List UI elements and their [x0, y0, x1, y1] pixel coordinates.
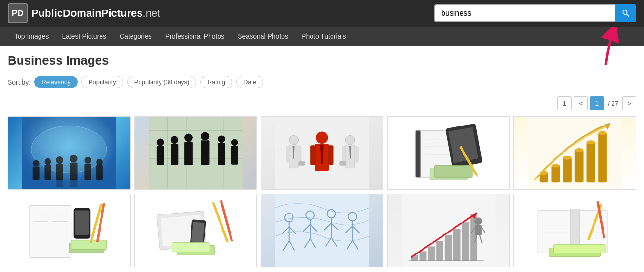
svg-rect-53: [355, 146, 359, 163]
image-thumb[interactable]: [261, 194, 383, 267]
header: PD PublicDomainPictures.net: [0, 0, 644, 27]
svg-point-45: [316, 132, 328, 144]
nav-photo-tutorials[interactable]: Photo Tutorials: [295, 28, 352, 45]
sort-relevancy[interactable]: Relevancy: [34, 76, 78, 88]
svg-point-2: [31, 126, 107, 173]
nav-top-images[interactable]: Top Images: [8, 28, 55, 45]
sort-date[interactable]: Date: [236, 76, 263, 88]
svg-rect-41: [286, 146, 290, 163]
svg-rect-37: [231, 146, 238, 164]
svg-rect-75: [575, 150, 584, 182]
svg-rect-79: [599, 133, 607, 183]
svg-point-72: [552, 164, 560, 168]
svg-rect-52: [342, 146, 345, 163]
page-first[interactable]: 1: [557, 96, 572, 110]
svg-point-74: [564, 156, 572, 160]
svg-point-78: [587, 140, 595, 144]
svg-rect-99: [191, 222, 204, 242]
search-button[interactable]: [615, 4, 636, 22]
svg-rect-31: [184, 142, 193, 165]
svg-point-7: [56, 156, 63, 164]
svg-rect-35: [218, 143, 225, 165]
svg-rect-42: [298, 146, 302, 163]
svg-rect-48: [328, 145, 334, 165]
image-thumb[interactable]: [387, 116, 510, 190]
search-icon: [621, 9, 631, 18]
nav-categories[interactable]: Categories: [113, 28, 159, 45]
svg-point-36: [231, 139, 238, 146]
svg-rect-55: [340, 161, 346, 166]
search-input[interactable]: [434, 4, 615, 22]
svg-rect-4: [33, 167, 40, 180]
svg-point-76: [575, 148, 584, 152]
svg-rect-133: [436, 241, 443, 261]
svg-rect-27: [156, 146, 164, 165]
svg-rect-8: [56, 164, 63, 181]
main-content: Business Images Sort by: Relevancy Popul…: [0, 46, 644, 272]
nav-latest-pictures[interactable]: Latest Pictures: [55, 28, 113, 45]
svg-rect-73: [564, 158, 572, 182]
svg-rect-136: [462, 222, 469, 261]
svg-rect-29: [171, 144, 178, 165]
svg-rect-15: [56, 180, 63, 187]
svg-point-26: [156, 138, 164, 146]
svg-rect-132: [428, 247, 435, 261]
svg-rect-12: [84, 164, 91, 180]
svg-rect-92: [71, 240, 107, 250]
image-thumb[interactable]: [513, 194, 636, 267]
svg-point-34: [218, 135, 225, 143]
search-area: [434, 4, 636, 22]
svg-rect-135: [453, 229, 460, 261]
svg-point-5: [44, 158, 51, 165]
logo-icon: PD: [8, 3, 28, 23]
svg-rect-58: [415, 131, 420, 178]
svg-rect-33: [201, 140, 209, 165]
svg-rect-131: [419, 251, 426, 261]
svg-rect-6: [44, 165, 51, 180]
svg-point-11: [84, 157, 91, 164]
page-next[interactable]: >: [622, 96, 636, 110]
nav-seasonal-photos[interactable]: Seasonal Photos: [231, 28, 295, 45]
svg-rect-14: [96, 165, 103, 180]
image-thumb[interactable]: [8, 194, 131, 267]
sort-popularity[interactable]: Popularity: [81, 76, 123, 88]
sort-popularity-30[interactable]: Popularity (30 days): [127, 76, 197, 88]
image-grid: [8, 116, 636, 267]
page-current[interactable]: 1: [590, 96, 604, 110]
svg-rect-157: [554, 245, 606, 253]
svg-point-28: [171, 136, 178, 144]
svg-rect-1: [22, 117, 116, 189]
page-prev[interactable]: <: [574, 96, 588, 110]
nav-professional-photos[interactable]: Professional Photos: [159, 28, 231, 45]
svg-point-39: [289, 135, 299, 145]
svg-rect-71: [552, 166, 560, 183]
sort-rating[interactable]: Rating: [200, 76, 232, 88]
svg-rect-77: [587, 142, 595, 182]
svg-rect-44: [299, 161, 305, 166]
logo-text: PublicDomainPictures.net: [31, 7, 160, 19]
svg-rect-16: [70, 180, 78, 187]
image-thumb[interactable]: [513, 116, 636, 190]
svg-point-50: [345, 135, 355, 145]
logo-area: PD PublicDomainPictures.net: [8, 3, 160, 23]
pagination: 1 < 1 / 27 >: [8, 96, 636, 110]
image-thumb[interactable]: [387, 194, 510, 267]
image-thumb[interactable]: [134, 116, 257, 190]
image-thumb[interactable]: [8, 116, 131, 190]
svg-point-9: [70, 155, 78, 163]
svg-point-30: [184, 134, 193, 142]
image-thumb[interactable]: [134, 194, 257, 267]
sort-bar: Sort by: Relevancy Popularity Popularity…: [8, 76, 636, 88]
svg-point-80: [599, 131, 607, 135]
svg-point-140: [474, 217, 482, 225]
svg-rect-141: [475, 225, 482, 235]
svg-rect-10: [70, 163, 78, 181]
svg-rect-65: [434, 166, 472, 178]
svg-rect-101: [172, 243, 210, 252]
navbar: Top Images Latest Pictures Categories Pr…: [0, 27, 644, 46]
sort-label: Sort by:: [8, 78, 30, 86]
svg-point-3: [33, 160, 40, 167]
image-thumb[interactable]: [261, 116, 383, 190]
svg-rect-90: [75, 211, 89, 235]
svg-rect-47: [310, 145, 316, 165]
